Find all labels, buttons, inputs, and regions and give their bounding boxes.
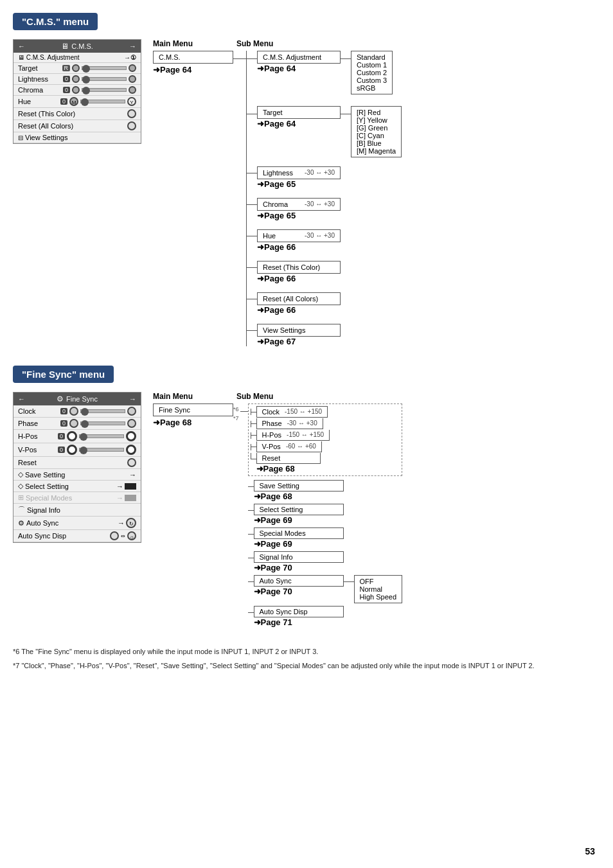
vpos-row[interactable]: V-Pos 0: [13, 443, 141, 457]
finesync-col-labels: Main Menu Sub Menu: [153, 392, 600, 401]
cms-col-labels: Main Menu Sub Menu: [153, 39, 600, 48]
target-block: Target ➜Page 64: [257, 106, 341, 128]
finesync-section-title: "Fine Sync" menu: [13, 366, 114, 383]
reset-all-colors-icon: [127, 121, 136, 130]
cms-sub-adj: C.M.S. Adjustment ➜Page 64 Standard Cust…: [246, 51, 402, 94]
cms-diagram-section: ← 🖥 C.M.S. → 🖥 C.M.S. Adjustment →① Targ…: [13, 39, 600, 346]
target-h-conn: [341, 114, 351, 114]
finesync-tree-container: Fine Sync ➜Page 68 *6 *7: [153, 403, 600, 627]
save-setting-icon: ◇: [18, 470, 23, 479]
cms-main-col: C.M.S. ➜Page 64: [153, 51, 233, 75]
target-label: Target: [18, 64, 38, 72]
special-modes-row[interactable]: ⊞ Special Modes →: [13, 492, 141, 504]
phase-row[interactable]: Phase 0: [13, 418, 141, 430]
cms-view-settings-page: ➜Page 67: [257, 337, 341, 346]
clock-label: Clock: [18, 407, 36, 415]
signal-info-label: ⌒ Signal Info: [18, 505, 60, 515]
cms-sub-chroma: Chroma-30 ↔ +30 ➜Page 65: [246, 198, 402, 220]
finesync-reset-row[interactable]: Reset: [13, 457, 141, 469]
cms-menu-diagram: Main Menu Sub Menu C.M.S. ➜Page 64: [153, 39, 600, 346]
autosyncd-block: Auto Sync Disp ➜Page 71: [254, 606, 344, 627]
auto-sync-row[interactable]: ⚙ Auto Sync → ↻: [13, 517, 141, 530]
auto-sync-controls: → ↻: [118, 518, 136, 528]
selectset-block: Select Setting ➜Page 69: [254, 504, 344, 525]
phase-label: Phase: [18, 420, 38, 427]
auto-sync-disp-row[interactable]: Auto Sync Disp ⇔ ☼: [13, 530, 141, 542]
finesync-hpos-row: H-Pos-150 ↔ +150: [251, 430, 400, 441]
clock-row[interactable]: Clock 0: [13, 405, 141, 418]
cms-panel-header: ← 🖥 C.M.S. →: [13, 40, 141, 53]
finesync-saveset-row: Save Setting ➜Page 68: [248, 480, 403, 501]
reset-this-color-icon: [127, 109, 136, 118]
finesync-main-menu-label: Main Menu: [153, 392, 236, 401]
finesync-reset-icon: [127, 458, 136, 467]
select-setting-row[interactable]: ◇ Select Setting →: [13, 481, 141, 492]
cms-adjustment-label: 🖥 C.M.S. Adjustment: [18, 54, 80, 61]
lightness-label: Lightness: [18, 75, 48, 83]
lightness-row[interactable]: Lightness 0: [13, 74, 141, 85]
clock-controls: 0: [60, 407, 136, 416]
cms-lightness-item: Lightness-30 ↔ +30: [257, 166, 341, 179]
cms-sub-view-settings: View Settings ➜Page 67: [246, 324, 402, 346]
cms-sub-area: C.M.S. Adjustment ➜Page 64 Standard Cust…: [246, 51, 402, 346]
view-settings-row[interactable]: ⊟ View Settings: [13, 132, 141, 143]
reset-all-colors-label: Reset (All Colors): [18, 122, 73, 130]
finesync-clock-row: Clock-150 ↔ +150: [251, 406, 400, 418]
cms-target-page: ➜Page 64: [257, 119, 341, 128]
finesync-phase-row: Phase-30 ↔ +30: [251, 418, 400, 429]
finesync-main-item: Fine Sync: [153, 403, 233, 416]
vpos-label: V-Pos: [18, 446, 37, 454]
clock-sub-item: Clock-150 ↔ +150: [256, 406, 328, 418]
finesync-section: "Fine Sync" menu ← ⚙ Fine Sync → Clock 0: [13, 366, 600, 627]
cms-adj-options: Standard Custom 1 Custom 2 Custom 3 sRGB: [351, 51, 393, 94]
hpos-controls: 0: [58, 431, 136, 441]
target-row[interactable]: Target R: [13, 63, 141, 74]
finesync-specialmodes-row: Special Modes ➜Page 69: [248, 527, 403, 549]
finesync-diagram-section: ← ⚙ Fine Sync → Clock 0 Phase: [13, 392, 600, 627]
hue-row[interactable]: Hue 0 M Y: [13, 96, 141, 108]
back-arrow-icon: ←: [18, 42, 25, 50]
footnote-7: *7 "Clock", "Phase", "H-Pos", "V-Pos", "…: [13, 660, 600, 672]
save-setting-sub-page: ➜Page 68: [254, 492, 344, 501]
footnote-6: *6 The "Fine Sync" menu is displayed onl…: [13, 646, 600, 658]
chroma-label: Chroma: [18, 86, 43, 94]
finesync-sub-menu-label: Sub Menu: [236, 392, 273, 401]
save-setting-row[interactable]: ◇ Save Setting →: [13, 469, 141, 481]
finesync-icon: ⚙: [57, 394, 64, 403]
finesync-reset-sub-item: Reset: [256, 453, 321, 464]
view-settings-label: ⊟ View Settings: [18, 134, 67, 141]
vpos-controls: 0: [58, 445, 136, 455]
finesync-sub-area: Clock-150 ↔ +150 Phase-30 ↔ +30: [248, 403, 403, 627]
select-setting-controls: →: [116, 483, 136, 490]
finesync-panel-title: ⚙ Fine Sync: [57, 394, 98, 403]
phase-controls: 0: [60, 419, 136, 428]
save-setting-label: ◇ Save Setting: [18, 470, 65, 479]
auto-sync-disp-sub-page: ➜Page 71: [254, 617, 344, 627]
cms-reset-all-page: ➜Page 66: [257, 305, 341, 315]
reset-this-color-row[interactable]: Reset (This Color): [13, 108, 141, 120]
special-modes-sub-page: ➜Page 69: [254, 539, 344, 549]
cms-adjustment-badge: →①: [124, 54, 136, 61]
chroma-row[interactable]: Chroma 0: [13, 85, 141, 96]
forward-arrow-icon: →: [129, 42, 136, 50]
cms-hue-page: ➜Page 66: [257, 242, 341, 252]
cms-adjustment-row[interactable]: 🖥 C.M.S. Adjustment →①: [13, 53, 141, 63]
hpos-row[interactable]: H-Pos 0: [13, 430, 141, 443]
reset-all-colors-row[interactable]: Reset (All Colors): [13, 120, 141, 132]
finesync-autosyncd-row: Auto Sync Disp ➜Page 71: [248, 606, 403, 627]
h-connector-line: [233, 58, 246, 59]
adj-block: C.M.S. Adjustment ➜Page 64: [257, 51, 341, 73]
cms-sub-hue: Hue-30 ↔ +30 ➜Page 66: [246, 229, 402, 252]
adj-h-conn: [341, 58, 351, 59]
finesync-reset-label: Reset: [18, 459, 37, 466]
cms-view-settings-item: View Settings: [257, 324, 341, 337]
auto-sync-label: ⚙ Auto Sync: [18, 519, 58, 527]
cms-sub-reset-all: Reset (All Colors) ➜Page 66: [246, 292, 402, 315]
cms-panel-title: 🖥 C.M.S.: [61, 42, 93, 51]
saveset-block: Save Setting ➜Page 68: [254, 480, 344, 501]
signal-info-row[interactable]: ⌒ Signal Info: [13, 504, 141, 517]
cms-section-title: "C.M.S." menu: [13, 13, 98, 30]
cms-reset-all-item: Reset (All Colors): [257, 292, 341, 305]
phase-sub-item: Phase-30 ↔ +30: [256, 418, 323, 429]
finesync-vpos-row: V-Pos-60 ↔ +60: [251, 441, 400, 452]
